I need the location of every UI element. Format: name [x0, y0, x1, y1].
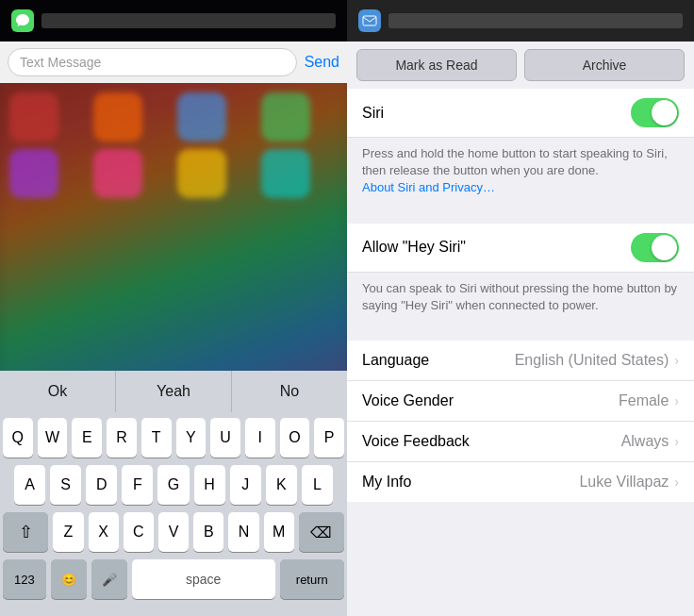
key-e[interactable]: E [72, 418, 102, 458]
mark-as-read-label: Mark as Read [395, 58, 477, 73]
svg-rect-0 [363, 16, 376, 25]
key-row-4: 123 😊 🎤 space return [3, 559, 344, 599]
key-y[interactable]: Y [176, 418, 207, 458]
messages-top-bar [0, 0, 347, 42]
key-row-3: ⇧ Z X C V B N M ⌫ [3, 512, 344, 552]
archive-label: Archive [583, 58, 627, 73]
sms-bar: Text Message Send [0, 42, 347, 83]
language-chevron: › [674, 353, 679, 368]
key-shift[interactable]: ⇧ [3, 512, 48, 552]
my-info-value: Luke Villapaz [579, 474, 669, 491]
mail-title-blur [388, 13, 683, 28]
voice-feedback-value: Always [621, 433, 669, 450]
icons-overlay [9, 92, 338, 198]
key-d[interactable]: D [86, 465, 117, 505]
quicktype-no[interactable]: No [232, 371, 347, 412]
left-panel: Text Message Send Ok Yeah No [0, 0, 347, 616]
sms-send-button[interactable]: Send [305, 54, 339, 71]
key-u[interactable]: U [210, 418, 240, 458]
siri-desc-content: Press and hold the home button to start … [362, 146, 668, 177]
key-v[interactable]: V [158, 512, 189, 552]
app-icon-4 [261, 92, 310, 142]
section-gap-2 [347, 325, 694, 341]
mail-app-icon [358, 9, 381, 32]
mail-top-bar [347, 0, 694, 42]
key-s[interactable]: S [50, 465, 81, 505]
voice-feedback-row[interactable]: Voice Feedback Always › [347, 422, 694, 462]
voice-feedback-label: Voice Feedback [362, 433, 621, 450]
key-h[interactable]: H [194, 465, 225, 505]
app-icon-3 [177, 92, 226, 142]
key-c[interactable]: C [124, 512, 154, 552]
app-icon-5 [9, 149, 58, 198]
hey-siri-description-text: You can speak to Siri without pressing t… [362, 280, 679, 314]
language-row[interactable]: Language English (United States) › [347, 341, 694, 381]
siri-toggle[interactable] [631, 98, 679, 127]
voice-gender-chevron: › [674, 393, 679, 408]
app-icon-2 [93, 92, 142, 142]
key-g[interactable]: G [157, 465, 189, 505]
app-icon-6 [93, 149, 142, 198]
key-123[interactable]: 123 [3, 559, 46, 599]
language-label: Language [362, 352, 515, 369]
mark-as-read-button[interactable]: Mark as Read [356, 49, 517, 81]
key-row-2: A S D F G H J K L [3, 465, 344, 505]
right-panel: Mark as Read Archive Siri Press and hold… [347, 0, 694, 616]
my-info-label: My Info [362, 474, 579, 491]
key-t[interactable]: T [141, 418, 172, 458]
voice-feedback-chevron: › [674, 434, 679, 449]
hey-siri-description-section: You can speak to Siri without pressing t… [347, 273, 694, 325]
key-mic[interactable]: 🎤 [91, 559, 127, 599]
key-z[interactable]: Z [53, 512, 83, 552]
key-l[interactable]: L [302, 465, 333, 505]
quicktype-yeah[interactable]: Yeah [116, 371, 232, 412]
key-q[interactable]: Q [3, 418, 33, 458]
quicktype-ok[interactable]: Ok [0, 371, 116, 412]
key-i[interactable]: I [245, 418, 275, 458]
voice-gender-row[interactable]: Voice Gender Female › [347, 381, 694, 422]
text-message-input[interactable]: Text Message [8, 48, 297, 76]
app-icon-8 [261, 149, 310, 198]
siri-description-text: Press and hold the home button to start … [362, 145, 679, 197]
bottom-fill [347, 502, 694, 616]
my-info-row[interactable]: My Info Luke Villapaz › [347, 462, 694, 502]
quicktype-bar: Ok Yeah No [0, 371, 347, 412]
my-info-chevron: › [674, 474, 679, 490]
key-return[interactable]: return [280, 559, 344, 599]
app-icon-7 [177, 149, 226, 198]
key-delete[interactable]: ⌫ [299, 512, 344, 552]
key-space[interactable]: space [132, 559, 275, 599]
voice-gender-value: Female [619, 392, 669, 409]
key-j[interactable]: J [230, 465, 261, 505]
key-w[interactable]: W [38, 418, 68, 458]
key-n[interactable]: N [228, 512, 258, 552]
section-gap-1 [347, 208, 694, 224]
key-x[interactable]: X [89, 512, 119, 552]
voice-gender-label: Voice Gender [362, 392, 619, 409]
messages-app-icon [11, 9, 34, 32]
key-row-1: Q W E R T Y U I O P [3, 418, 344, 458]
key-emoji[interactable]: 😊 [51, 559, 87, 599]
key-a[interactable]: A [14, 465, 45, 505]
key-o[interactable]: O [280, 418, 310, 458]
hey-siri-label: Allow "Hey Siri" [362, 239, 631, 256]
key-m[interactable]: M [264, 512, 294, 552]
hey-siri-toggle[interactable] [631, 233, 679, 262]
keyboard: Q W E R T Y U I O P A S D F G H J K L ⇧ … [0, 412, 347, 616]
key-p[interactable]: P [314, 418, 344, 458]
key-r[interactable]: R [107, 418, 137, 458]
siri-privacy-link[interactable]: About Siri and Privacy… [362, 180, 495, 194]
siri-label: Siri [362, 105, 631, 122]
key-f[interactable]: F [122, 465, 153, 505]
siri-description-section: Press and hold the home button to start … [347, 138, 694, 208]
key-k[interactable]: K [266, 465, 297, 505]
app-icon-1 [9, 92, 58, 142]
key-b[interactable]: B [193, 512, 223, 552]
action-buttons-bar: Mark as Read Archive [347, 42, 694, 89]
siri-row: Siri [347, 89, 694, 138]
hey-siri-toggle-thumb [652, 235, 677, 260]
hey-siri-row: Allow "Hey Siri" [347, 224, 694, 273]
siri-toggle-thumb [652, 100, 677, 125]
archive-button[interactable]: Archive [524, 49, 685, 81]
language-value: English (United States) [515, 352, 669, 369]
